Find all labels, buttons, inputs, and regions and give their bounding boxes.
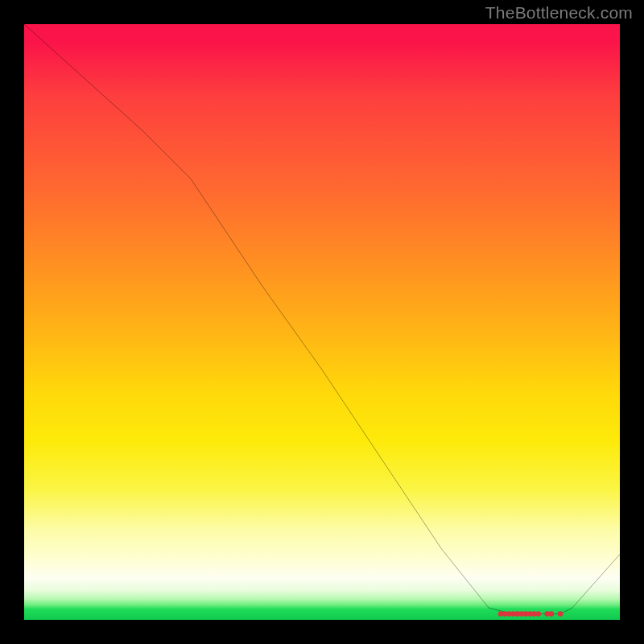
marker-dot xyxy=(535,611,541,617)
plot-area xyxy=(24,24,620,620)
watermark-text: TheBottleneck.com xyxy=(485,3,633,23)
chart-frame: TheBottleneck.com xyxy=(0,0,644,644)
flat-segment-markers xyxy=(498,611,564,617)
chart-svg xyxy=(24,24,620,620)
curve-line xyxy=(24,24,620,614)
marker-dot xyxy=(558,611,564,617)
marker-dot xyxy=(549,611,555,617)
